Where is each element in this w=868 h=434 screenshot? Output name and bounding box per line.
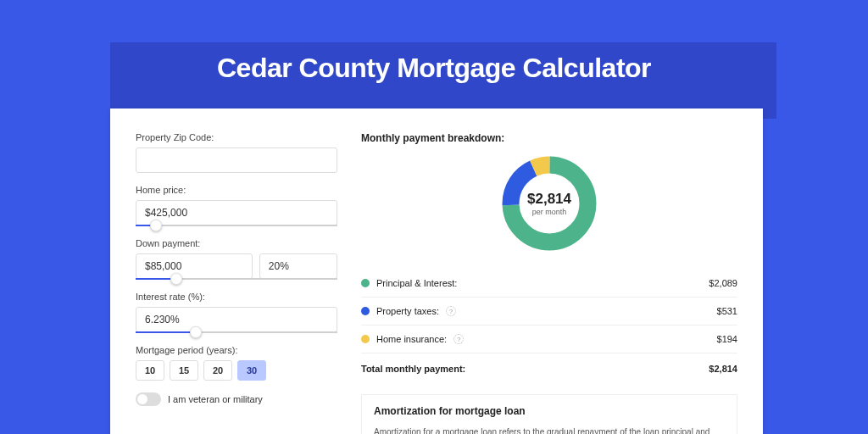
- home-price-slider-thumb[interactable]: [150, 220, 162, 231]
- veteran-label: I am veteran or military: [168, 394, 263, 404]
- down-payment-label: Down payment:: [136, 238, 337, 248]
- period-options: 10 15 20 30: [136, 360, 337, 381]
- period-button-20[interactable]: 20: [203, 360, 232, 381]
- info-icon[interactable]: ?: [453, 334, 464, 344]
- donut-wrap: $2,814 per month: [361, 153, 737, 254]
- legend-home-insurance: Home insurance: ? $194: [361, 326, 737, 353]
- home-price-field-group: Home price:: [136, 185, 337, 226]
- zip-field-group: Property Zip Code:: [136, 132, 337, 173]
- period-button-10[interactable]: 10: [136, 360, 164, 381]
- donut-sub: per month: [532, 208, 567, 216]
- legend-principal-interest: Principal & Interest: $2,089: [361, 270, 737, 298]
- amortization-section: Amortization for mortgage loan Amortizat…: [361, 394, 737, 434]
- form-column: Property Zip Code: Home price: Down paym…: [136, 132, 337, 434]
- interest-rate-field-group: Interest rate (%):: [136, 292, 337, 333]
- donut-amount: $2,814: [527, 191, 571, 208]
- interest-rate-input[interactable]: [136, 307, 337, 332]
- legend-label: Home insurance:: [376, 334, 447, 344]
- period-button-30[interactable]: 30: [237, 360, 266, 381]
- interest-rate-label: Interest rate (%):: [136, 292, 337, 302]
- amortization-title: Amortization for mortgage loan: [374, 405, 725, 417]
- info-icon[interactable]: ?: [446, 306, 456, 316]
- total-amount: $2,814: [709, 364, 737, 374]
- dot-icon: [361, 307, 370, 315]
- amortization-text: Amortization for a mortgage loan refers …: [374, 426, 725, 434]
- page-title: Cedar County Mortgage Calculator: [0, 53, 868, 84]
- veteran-toggle[interactable]: [136, 392, 161, 406]
- down-payment-slider-thumb[interactable]: [170, 273, 182, 285]
- home-price-slider[interactable]: [136, 225, 337, 226]
- dot-icon: [361, 279, 370, 287]
- mortgage-period-label: Mortgage period (years):: [136, 345, 337, 355]
- down-payment-slider[interactable]: [136, 278, 337, 280]
- breakdown-title: Monthly payment breakdown:: [361, 132, 737, 144]
- payment-donut-chart: $2,814 per month: [498, 153, 600, 254]
- home-price-label: Home price:: [136, 185, 337, 195]
- period-button-15[interactable]: 15: [170, 360, 198, 381]
- total-label: Total monthly payment:: [361, 364, 465, 374]
- legend-total: Total monthly payment: $2,814: [361, 353, 737, 382]
- legend-label: Property taxes:: [376, 306, 439, 316]
- donut-center: $2,814 per month: [498, 153, 600, 254]
- zip-input[interactable]: [136, 147, 337, 173]
- interest-rate-slider[interactable]: [136, 331, 337, 333]
- calculator-card: Property Zip Code: Home price: Down paym…: [110, 108, 763, 434]
- dot-icon: [361, 335, 370, 343]
- interest-rate-slider-thumb[interactable]: [190, 326, 202, 338]
- down-payment-percent-input[interactable]: [259, 253, 337, 279]
- veteran-row: I am veteran or military: [136, 392, 337, 406]
- mortgage-period-field-group: Mortgage period (years): 10 15 20 30: [136, 345, 337, 381]
- legend-amount: $531: [717, 306, 737, 316]
- zip-label: Property Zip Code:: [136, 132, 337, 142]
- legend-property-taxes: Property taxes: ? $531: [361, 298, 737, 326]
- legend-label: Principal & Interest:: [376, 278, 457, 288]
- breakdown-column: Monthly payment breakdown: $2,814 per mo…: [361, 132, 737, 434]
- home-price-input[interactable]: [136, 200, 337, 225]
- down-payment-amount-input[interactable]: [136, 253, 253, 279]
- legend-amount: $194: [717, 334, 737, 344]
- legend-amount: $2,089: [709, 278, 737, 288]
- down-payment-field-group: Down payment:: [136, 238, 337, 280]
